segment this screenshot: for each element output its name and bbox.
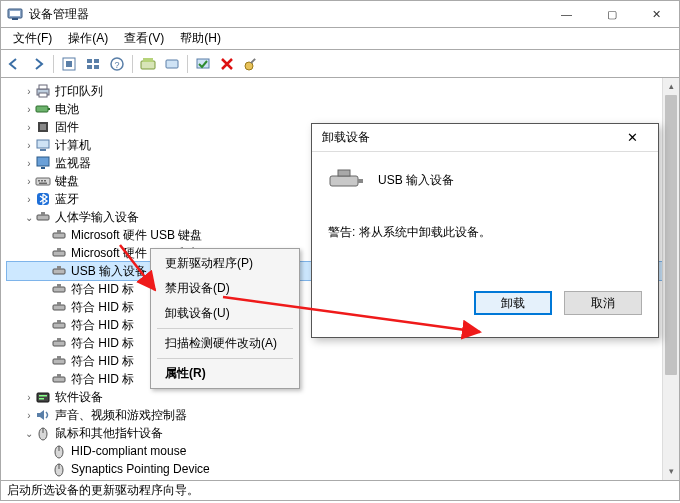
bluetooth-icon xyxy=(35,191,51,207)
context-menu: 更新驱动程序(P) 禁用设备(D) 卸载设备(U) 扫描检测硬件改动(A) 属性… xyxy=(150,248,300,389)
ctx-update-driver[interactable]: 更新驱动程序(P) xyxy=(153,251,297,276)
toolbar-show-hidden-button[interactable] xyxy=(58,53,80,75)
svg-rect-45 xyxy=(57,302,61,305)
toolbar-forward-button[interactable] xyxy=(27,53,49,75)
toolbar-scan-button[interactable] xyxy=(192,53,214,75)
tree-label: 符合 HID 标 xyxy=(71,353,134,370)
svg-rect-76 xyxy=(338,170,350,176)
scroll-up-icon[interactable]: ▴ xyxy=(663,78,679,95)
dialog-cancel-button[interactable]: 取消 xyxy=(564,291,642,315)
tree-item-hid-dev[interactable]: 符合 HID 标 xyxy=(7,352,677,370)
menu-help[interactable]: 帮助(H) xyxy=(172,28,229,49)
expand-icon: › xyxy=(23,194,35,205)
toolbar-separator xyxy=(132,55,133,73)
tree-label: 电池 xyxy=(55,101,79,118)
hid-icon xyxy=(51,317,67,333)
tree-item-hid-dev[interactable]: 符合 HID 标 xyxy=(7,370,677,388)
tree-item-software-dev[interactable]: › 软件设备 xyxy=(7,388,677,406)
svg-rect-41 xyxy=(57,266,61,269)
tree-item-usb-controller[interactable]: › 通用串行总线控制器 xyxy=(7,478,677,481)
svg-rect-49 xyxy=(57,338,61,341)
hid-icon xyxy=(51,371,67,387)
tree-item-battery[interactable]: › 电池 xyxy=(7,100,677,118)
tree-item-synaptics[interactable]: Synaptics Pointing Device xyxy=(7,460,677,478)
toolbar-properties-button[interactable] xyxy=(240,53,262,75)
expand-icon: › xyxy=(23,122,35,133)
toolbar-view-button[interactable] xyxy=(82,53,104,75)
hid-icon xyxy=(51,335,67,351)
svg-rect-13 xyxy=(166,60,178,68)
svg-rect-48 xyxy=(53,341,65,346)
tree-label: 通用串行总线控制器 xyxy=(55,479,163,482)
tree-item-print-queue[interactable]: › 打印队列 xyxy=(7,82,677,100)
svg-rect-52 xyxy=(53,377,65,382)
ctx-disable[interactable]: 禁用设备(D) xyxy=(153,276,297,301)
tree-label: 软件设备 xyxy=(55,389,103,406)
ctx-separator xyxy=(157,358,293,359)
menu-view[interactable]: 查看(V) xyxy=(116,28,172,49)
app-icon xyxy=(7,6,23,22)
monitor-icon xyxy=(35,155,51,171)
toolbar-separator xyxy=(53,55,54,73)
svg-rect-21 xyxy=(48,108,50,110)
tree-label: 蓝牙 xyxy=(55,191,79,208)
toolbar-disable-button[interactable] xyxy=(161,53,183,75)
dialog-uninstall-button[interactable]: 卸载 xyxy=(474,291,552,315)
toolbar-uninstall-button[interactable] xyxy=(216,53,238,75)
svg-rect-43 xyxy=(57,284,61,287)
ctx-uninstall[interactable]: 卸载设备(U) xyxy=(153,301,297,326)
toolbar-update-driver-button[interactable] xyxy=(137,53,159,75)
expand-icon: › xyxy=(23,410,35,421)
tree-label: 监视器 xyxy=(55,155,91,172)
tree-label: 声音、视频和游戏控制器 xyxy=(55,407,187,424)
svg-rect-37 xyxy=(57,230,61,233)
minimize-button[interactable]: — xyxy=(544,1,589,27)
ctx-separator xyxy=(157,328,293,329)
expand-icon: › xyxy=(23,86,35,97)
status-bar: 启动所选设备的更新驱动程序向导。 xyxy=(0,481,680,501)
svg-rect-11 xyxy=(141,61,155,69)
dialog-close-button[interactable]: ✕ xyxy=(612,130,652,145)
maximize-button[interactable]: ▢ xyxy=(589,1,634,27)
ctx-properties[interactable]: 属性(R) xyxy=(153,361,297,386)
dialog-title: 卸载设备 xyxy=(322,129,612,146)
hid-icon xyxy=(51,299,67,315)
svg-rect-34 xyxy=(37,215,49,220)
menu-action[interactable]: 操作(A) xyxy=(60,28,116,49)
svg-rect-32 xyxy=(39,183,47,185)
tree-item-sound-video[interactable]: › 声音、视频和游戏控制器 xyxy=(7,406,677,424)
tree-item-mouse[interactable]: ⌄ 鼠标和其他指针设备 xyxy=(7,424,677,442)
svg-rect-5 xyxy=(87,59,92,63)
device-large-icon xyxy=(328,166,364,194)
svg-rect-16 xyxy=(250,58,256,64)
menu-file[interactable]: 文件(F) xyxy=(5,28,60,49)
svg-rect-40 xyxy=(53,269,65,274)
svg-rect-12 xyxy=(143,58,153,62)
tree-label: USB 输入设备 xyxy=(71,263,147,280)
software-dev-icon xyxy=(35,389,51,405)
tree-label: Synaptics Pointing Device xyxy=(71,462,210,476)
collapse-icon[interactable]: ⌄ xyxy=(23,428,35,439)
svg-rect-39 xyxy=(57,248,61,251)
svg-rect-4 xyxy=(66,61,72,67)
battery-icon xyxy=(35,101,51,117)
status-text: 启动所选设备的更新驱动程序向导。 xyxy=(7,482,199,499)
svg-rect-50 xyxy=(53,359,65,364)
tree-item-hid-mouse[interactable]: HID-compliant mouse xyxy=(7,442,677,460)
ctx-scan[interactable]: 扫描检测硬件改动(A) xyxy=(153,331,297,356)
speaker-icon xyxy=(35,407,51,423)
tree-label: HID-compliant mouse xyxy=(71,444,186,458)
toolbar-back-button[interactable] xyxy=(3,53,25,75)
close-button[interactable]: ✕ xyxy=(634,1,679,27)
keyboard-icon xyxy=(35,173,51,189)
scroll-down-icon[interactable]: ▾ xyxy=(663,463,679,480)
printer-icon xyxy=(35,83,51,99)
window-buttons: — ▢ ✕ xyxy=(544,1,679,27)
collapse-icon[interactable]: ⌄ xyxy=(23,212,35,223)
svg-rect-24 xyxy=(37,140,49,148)
vertical-scrollbar[interactable]: ▴ ▾ xyxy=(662,78,679,480)
tree-label: 符合 HID 标 xyxy=(71,281,134,298)
toolbar-help-button[interactable]: ? xyxy=(106,53,128,75)
scrollbar-thumb[interactable] xyxy=(665,95,677,375)
dialog-titlebar: 卸载设备 ✕ xyxy=(312,124,658,152)
